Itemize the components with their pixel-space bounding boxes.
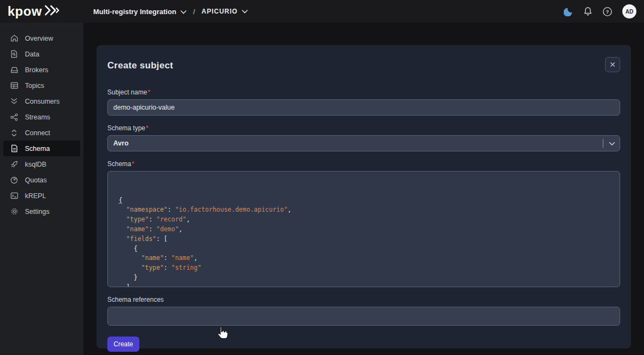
main-content: Create subject ✕ Subject name* Schema ty… <box>83 23 644 355</box>
sidebar-item-label: Streams <box>25 113 50 121</box>
sidebar-item-data[interactable]: Data <box>3 46 80 62</box>
sidebar-item-settings[interactable]: Settings <box>3 204 80 219</box>
breadcrumb-separator: / <box>193 8 195 16</box>
schema-references-input[interactable] <box>107 307 620 326</box>
create-button[interactable]: Create <box>107 337 139 352</box>
schema-code-editor[interactable]: { "namespace": "io.factorhouse.demo.apic… <box>107 171 620 287</box>
sidebar-item-label: Data <box>25 50 39 58</box>
gear-icon <box>10 207 18 215</box>
subject-name-input[interactable] <box>107 99 620 116</box>
sidebar-item-label: kREPL <box>25 192 46 200</box>
sidebar-item-label: Consumers <box>25 98 60 105</box>
sidebar: Overview Data Brokers Topics Consumers <box>0 23 83 355</box>
kpow-logo[interactable]: kpow <box>8 4 83 18</box>
cluster-selector[interactable]: Multi-registry Integration <box>93 8 186 16</box>
select-divider <box>603 139 603 148</box>
table-icon <box>10 82 18 89</box>
sidebar-item-quotas[interactable]: Quotas <box>3 172 80 188</box>
sidebar-item-label: Quotas <box>25 176 47 184</box>
close-icon[interactable]: ✕ <box>605 57 620 72</box>
file-icon <box>10 144 18 153</box>
sidebar-item-connect[interactable]: Connect <box>3 125 80 141</box>
avatar-initials: AD <box>626 9 633 15</box>
schema-references-label: Schema references <box>107 296 620 303</box>
chevron-down-icon <box>181 8 186 16</box>
sidebar-item-consumers[interactable]: Consumers <box>3 93 80 109</box>
sidebar-item-brokers[interactable]: Brokers <box>3 62 80 78</box>
sidebar-item-label: ksqlDB <box>25 161 47 168</box>
schema-type-select[interactable]: Avro <box>107 135 620 151</box>
chevron-down-icon <box>242 8 248 15</box>
create-subject-modal: Create subject ✕ Subject name* Schema ty… <box>96 45 631 348</box>
sidebar-item-overview[interactable]: Overview <box>3 30 80 46</box>
required-marker: * <box>146 124 149 132</box>
cursor-pointer-icon <box>217 326 231 344</box>
required-marker: * <box>132 160 134 168</box>
cluster-label: Multi-registry Integration <box>93 8 176 16</box>
share-nodes-icon <box>10 113 18 121</box>
pie-chart-icon <box>10 176 18 184</box>
subject-name-label: Subject name* <box>107 88 620 96</box>
help-question-icon[interactable]: ? <box>602 7 613 17</box>
sidebar-item-topics[interactable]: Topics <box>3 78 80 93</box>
terminal-icon <box>10 192 18 199</box>
kpow-chevrons-icon <box>44 4 62 18</box>
logo-text: kpow <box>8 5 42 18</box>
schema-label: Schema* <box>107 160 620 168</box>
server-icon <box>10 66 18 74</box>
sidebar-item-label: Schema <box>25 145 50 153</box>
user-avatar[interactable]: AD <box>622 4 636 18</box>
document-search-icon <box>10 50 18 58</box>
required-marker: * <box>147 88 150 96</box>
svg-text:?: ? <box>606 9 609 15</box>
sidebar-item-label: Overview <box>25 35 53 42</box>
chevron-down-icon <box>609 138 615 148</box>
sidebar-item-label: Topics <box>25 82 44 90</box>
breadcrumb: Multi-registry Integration / APICURIO <box>93 8 564 16</box>
home-icon <box>10 34 18 42</box>
registry-selector[interactable]: APICURIO <box>202 8 248 15</box>
sidebar-item-krepl[interactable]: kREPL <box>3 188 80 204</box>
dark-mode-moon-icon[interactable] <box>564 7 574 16</box>
sidebar-item-ksqldb[interactable]: ksqlDB <box>3 156 80 172</box>
rocket-icon <box>10 160 18 168</box>
schema-type-value: Avro <box>113 140 603 147</box>
notifications-bell-icon[interactable] <box>583 7 593 16</box>
registry-label: APICURIO <box>202 8 238 15</box>
sidebar-item-label: Settings <box>25 208 49 215</box>
sidebar-item-streams[interactable]: Streams <box>3 109 80 125</box>
modal-title: Create subject <box>107 57 173 71</box>
sidebar-item-label: Brokers <box>25 66 48 74</box>
sidebar-item-label: Connect <box>25 129 50 137</box>
up-down-chevron-icon <box>10 129 18 137</box>
sidebar-item-schema[interactable]: Schema <box>3 141 80 156</box>
topbar: kpow Multi-registry Integration / APICUR… <box>0 0 644 23</box>
schema-code: { "namespace": "io.factorhouse.demo.apic… <box>119 196 620 287</box>
double-chevron-down-icon <box>10 98 18 105</box>
topbar-actions: ? AD <box>564 4 636 18</box>
schema-type-label: Schema type* <box>107 124 620 132</box>
